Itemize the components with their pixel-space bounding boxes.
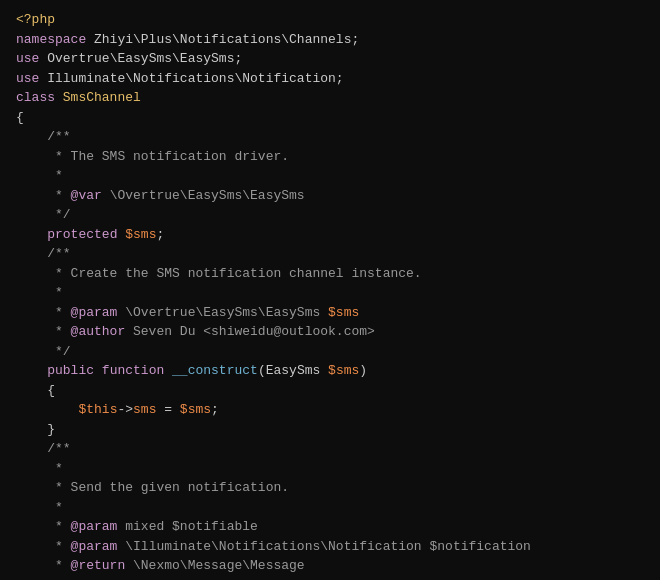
code-token: @param (71, 537, 118, 557)
code-token: * (16, 166, 63, 186)
code-line: * Create the SMS notification channel in… (0, 264, 660, 284)
code-token: = (156, 400, 179, 420)
code-line: * @author Seven Du <shiweidu@outlook.com… (0, 322, 660, 342)
code-token: } (16, 420, 55, 440)
code-token: * (16, 322, 71, 342)
code-line: * @param \Overtrue\EasySms\EasySms $sms (0, 303, 660, 323)
code-token: ) (359, 361, 367, 381)
code-token: -> (117, 400, 133, 420)
code-line: * (0, 166, 660, 186)
code-line: * The SMS notification driver. (0, 147, 660, 167)
code-token: \Overtrue\EasySms\EasySms (117, 303, 328, 323)
code-token: * Send the given notification. (16, 478, 289, 498)
code-line: namespace Zhiyi\Plus\Notifications\Chann… (0, 30, 660, 50)
code-token: use (16, 49, 47, 69)
code-line: */ (0, 576, 660, 581)
code-line: public function __construct(EasySms $sms… (0, 361, 660, 381)
code-token: Overtrue\EasySms\EasySms; (47, 49, 242, 69)
code-line: class SmsChannel (0, 88, 660, 108)
code-token (16, 225, 47, 245)
code-token: <?php (16, 10, 55, 30)
code-token: @param (71, 303, 118, 323)
code-token: * (16, 498, 63, 518)
code-token: * (16, 186, 71, 206)
code-token: @var (71, 186, 102, 206)
code-token: \Illuminate\Notifications\Notification $… (117, 537, 530, 557)
code-line: /** (0, 244, 660, 264)
code-token: public (47, 361, 102, 381)
code-token: * (16, 459, 63, 479)
code-line: protected $sms; (0, 225, 660, 245)
code-token: @param (71, 517, 118, 537)
code-token (16, 400, 78, 420)
code-line: * @var \Overtrue\EasySms\EasySms (0, 186, 660, 206)
code-line: use Overtrue\EasySms\EasySms; (0, 49, 660, 69)
code-token: Seven Du <shiweidu@outlook.com> (125, 322, 375, 342)
code-token: $sms (180, 400, 211, 420)
code-token: Illuminate\Notifications\Notification; (47, 69, 343, 89)
code-token: * (16, 303, 71, 323)
code-line: use Illuminate\Notifications\Notificatio… (0, 69, 660, 89)
code-token: @author (71, 322, 126, 342)
code-token: * The SMS notification driver. (16, 147, 289, 167)
code-token: function (102, 361, 172, 381)
code-token: */ (16, 342, 71, 362)
code-token: mixed $notifiable (117, 517, 257, 537)
code-token: $this (78, 400, 117, 420)
code-token: */ (16, 576, 71, 581)
code-token: ; (156, 225, 164, 245)
code-token: namespace (16, 30, 94, 50)
code-line: * (0, 459, 660, 479)
code-token: { (16, 108, 24, 128)
code-line: } (0, 420, 660, 440)
code-token: */ (16, 205, 71, 225)
code-token: __construct (172, 361, 258, 381)
code-token: (EasySms (258, 361, 328, 381)
code-token: protected (47, 225, 125, 245)
code-line: { (0, 108, 660, 128)
code-token: * (16, 556, 71, 576)
code-token: $sms (328, 361, 359, 381)
code-line: * Send the given notification. (0, 478, 660, 498)
code-token: /** (16, 244, 71, 264)
code-line: */ (0, 342, 660, 362)
code-token: Zhiyi\Plus\Notifications\Channels; (94, 30, 359, 50)
code-token: \Nexmo\Message\Message (125, 556, 304, 576)
code-token: * Create the SMS notification channel in… (16, 264, 422, 284)
code-token: use (16, 69, 47, 89)
code-line: * @param \Illuminate\Notifications\Notif… (0, 537, 660, 557)
code-token: /** (16, 439, 71, 459)
code-token: class (16, 88, 63, 108)
code-line: { (0, 381, 660, 401)
code-line: * (0, 498, 660, 518)
code-token: { (16, 381, 55, 401)
code-token: * (16, 283, 63, 303)
code-token: \Overtrue\EasySms\EasySms (102, 186, 305, 206)
code-line: */ (0, 205, 660, 225)
code-token: sms (133, 400, 156, 420)
code-line: * @return \Nexmo\Message\Message (0, 556, 660, 576)
code-line: * @param mixed $notifiable (0, 517, 660, 537)
code-token: $sms (328, 303, 359, 323)
code-token: $sms (125, 225, 156, 245)
code-token (16, 361, 47, 381)
code-editor: <?phpnamespace Zhiyi\Plus\Notifications\… (0, 0, 660, 580)
code-token: * (16, 517, 71, 537)
code-line: /** (0, 127, 660, 147)
code-line: <?php (0, 10, 660, 30)
code-token: * (16, 537, 71, 557)
code-line: $this->sms = $sms; (0, 400, 660, 420)
code-token: SmsChannel (63, 88, 141, 108)
code-token: @return (71, 556, 126, 576)
code-token: /** (16, 127, 71, 147)
code-line: * (0, 283, 660, 303)
code-token: ; (211, 400, 219, 420)
code-line: /** (0, 439, 660, 459)
